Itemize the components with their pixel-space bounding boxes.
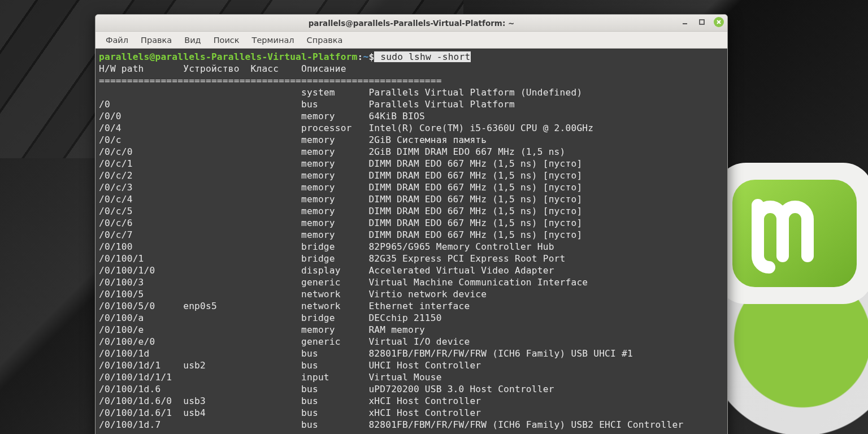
terminal-output[interactable]: parallels@parallels-Parallels-Virtual-Pl… (96, 49, 727, 434)
lshw-separator: ========================================… (99, 75, 724, 86)
svg-rect-3 (700, 20, 704, 24)
lshw-row: /0/c/2 memory DIMM DRAM EDO 667 MHz (1,5… (99, 170, 724, 181)
terminal-window: parallels@parallels-Parallels-Virtual-Pl… (95, 14, 728, 434)
prompt-path: ~ (363, 51, 368, 62)
prompt-user-host: parallels@parallels-Parallels-Virtual-Pl… (99, 51, 358, 62)
lshw-row: /0/100/e memory RAM memory (99, 324, 724, 336)
lshw-row: /0/100/1d/1/1 input Virtual Mouse (99, 371, 724, 383)
lshw-row: /0/c/7 memory DIMM DRAM EDO 667 MHz (1,5… (99, 229, 724, 241)
menu-search[interactable]: Поиск (208, 33, 245, 47)
menu-bar: Файл Правка Вид Поиск Терминал Справка (96, 32, 727, 49)
lshw-row: /0/100/1d.6/0 usb3 bus xHCI Host Control… (99, 395, 724, 407)
lshw-row: /0 bus Parallels Virtual Platform (99, 98, 724, 110)
lshw-row: system Parallels Virtual Platform (Undef… (99, 86, 724, 98)
menu-file[interactable]: Файл (100, 33, 134, 47)
maximize-button[interactable] (697, 17, 707, 27)
lshw-row: /0/c/1 memory DIMM DRAM EDO 667 MHz (1,5… (99, 158, 724, 170)
lshw-row: /0/100/1d.7 bus 82801FB/FBM/FR/FW/FRW (I… (99, 419, 724, 431)
svg-rect-1 (732, 180, 857, 287)
lshw-row: /0/100/1/0 display Accelerated Virtual V… (99, 264, 724, 276)
lshw-row: /0/100/5/0 enp0s5 network Ethernet inter… (99, 300, 724, 312)
menu-edit[interactable]: Правка (135, 33, 177, 47)
lshw-header: H/W path Устройство Класс Описание (99, 63, 724, 75)
menu-terminal[interactable]: Терминал (246, 33, 300, 47)
lshw-row: /0/0 memory 64KiB BIOS (99, 110, 724, 122)
entered-command: sudo lshw -short (374, 51, 471, 62)
lshw-row: /0/100/1d.6/1 usb4 bus xHCI Host Control… (99, 407, 724, 419)
prompt-line: parallels@parallels-Parallels-Virtual-Pl… (99, 51, 724, 63)
lshw-row: /0/c memory 2GiB Системная память (99, 134, 724, 146)
lshw-row: /0/100/1d/1 usb2 bus UHCI Host Controlle… (99, 359, 724, 371)
menu-view[interactable]: Вид (179, 33, 206, 47)
lshw-row: /0/100/1d.6 bus uPD720200 USB 3.0 Host C… (99, 383, 724, 395)
close-button[interactable] (714, 17, 724, 27)
lshw-row: /0/c/5 memory DIMM DRAM EDO 667 MHz (1,5… (99, 205, 724, 217)
prompt-dollar: $ (368, 51, 374, 62)
lshw-row: /0/100/e/0 generic Virtual I/O device (99, 336, 724, 348)
menu-help[interactable]: Справка (301, 33, 349, 47)
lshw-row: /0/c/6 memory DIMM DRAM EDO 667 MHz (1,5… (99, 217, 724, 229)
lshw-row: /0/c/0 memory 2GiB DIMM DRAM EDO 667 MHz… (99, 146, 724, 158)
lshw-row: /0/100/a bridge DECchip 21150 (99, 312, 724, 324)
minimize-button[interactable] (680, 17, 690, 27)
window-title: parallels@parallels-Parallels-Virtual-Pl… (309, 19, 515, 28)
lshw-row: /0/100/3 generic Virtual Machine Communi… (99, 276, 724, 288)
lshw-row: /0/100 bridge 82P965/G965 Memory Control… (99, 241, 724, 253)
lshw-row: /0/c/3 memory DIMM DRAM EDO 667 MHz (1,5… (99, 181, 724, 193)
window-titlebar[interactable]: parallels@parallels-Parallels-Virtual-Pl… (96, 15, 727, 32)
lshw-row: /0/100/5 network Virtio network device (99, 288, 724, 300)
lshw-row: /0/4 processor Intel(R) Core(TM) i5-6360… (99, 122, 724, 134)
lshw-row: /0/100/1 bridge 82G35 Express PCI Expres… (99, 253, 724, 264)
mint-logo-icon (704, 140, 868, 321)
lshw-row: /0/100/1d bus 82801FB/FBM/FR/FW/FRW (ICH… (99, 348, 724, 359)
lshw-row: /0/c/4 memory DIMM DRAM EDO 667 MHz (1,5… (99, 193, 724, 205)
window-controls (680, 17, 724, 27)
